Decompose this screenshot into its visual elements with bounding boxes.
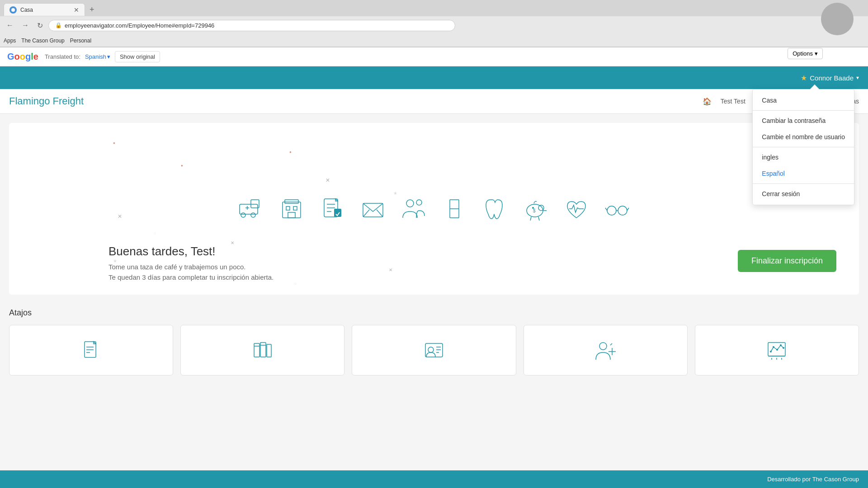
app-footer: Desarrollado por The Cason Group [0,470,868,488]
piggy-icon-item: $ [515,188,556,229]
dropdown-divider-1 [753,110,854,111]
doc-icon [319,195,346,222]
new-tab-button[interactable]: + [87,5,97,14]
show-original-button[interactable]: Show original [115,51,160,62]
svg-rect-10 [293,206,297,210]
stethoscope-icon [441,195,468,222]
language-label: Spanish [85,53,106,60]
svg-point-26 [538,205,544,211]
bookmark-cason[interactable]: The Cason Group [21,38,64,44]
dot-2: ● [181,164,183,168]
active-tab[interactable]: Casa ✕ [4,3,85,16]
dropdown-item-casa[interactable]: Casa [753,92,854,108]
svg-text:$: $ [533,208,536,213]
svg-point-60 [780,344,782,346]
options-label: Options [793,50,813,57]
star-icon: ★ [801,74,807,82]
svg-rect-7 [283,202,301,218]
forward-button[interactable]: → [19,19,32,31]
tab-title: Casa [20,7,70,13]
options-button[interactable]: Options ▾ [788,48,823,59]
svg-point-18 [406,200,414,207]
avatar [821,3,854,35]
user-dropdown-menu: Casa Cambiar la contraseña Cambie el nom… [752,89,854,205]
svg-rect-8 [285,200,298,203]
subtitle-text: Tome una taza de café y trabajemos un po… [108,263,274,271]
shortcut-id-icon [423,339,445,361]
svg-rect-40 [267,344,271,357]
envelope-icon-item [353,188,393,229]
reload-button[interactable]: ↻ [34,19,46,32]
browser-chrome: Casa ✕ + ← → ↻ 🔒 employeenavigator.com/E… [0,0,868,47]
dot-1: ● [113,141,115,145]
greeting-text: Buenas tardes, Test! [108,244,274,258]
cross-4: ✕ [389,267,392,272]
footer-text: Desarrollado por The Cason Group [767,476,859,483]
svg-point-61 [783,347,784,349]
google-logo: Google [7,52,38,62]
nav-link-test[interactable]: Test Test [721,98,745,105]
glasses-icon-item [597,188,637,229]
svg-point-30 [618,206,627,215]
svg-point-4 [251,213,255,217]
building-icon [278,195,305,222]
finalize-button[interactable]: Finalizar inscripción [738,250,836,272]
bookmark-apps[interactable]: Apps [4,38,16,44]
ambulance-icon [237,195,264,222]
home-icon[interactable]: 🏠 [703,97,712,106]
people-icon-item [393,188,434,229]
dropdown-item-logout[interactable]: Cerrar sesión [753,186,854,202]
shortcut-card-4[interactable] [695,325,859,375]
svg-point-57 [770,351,772,352]
shortcut-chart-icon [765,339,788,361]
building-icon-item [271,188,312,229]
bookmark-personal[interactable]: Personal [70,38,91,44]
shortcuts-section: Atajos [0,304,868,385]
user-menu-caret-icon: ▾ [856,75,859,81]
countdown-text: Te quedan 3 días para completar tu inscr… [108,273,274,281]
shortcut-card-3[interactable] [524,325,688,375]
ring-1: ○ [294,281,297,286]
svg-point-0 [11,8,15,12]
star-dec-2: ★ [393,191,397,196]
shortcut-books-icon [251,339,274,361]
user-menu-button[interactable]: ★ Connor Baade ▾ [801,74,859,82]
hero-icons-grid: $ [23,179,845,238]
svg-rect-11 [288,212,295,218]
shortcut-card-0[interactable] [9,325,173,375]
svg-line-33 [627,208,629,211]
dropdown-divider-2 [753,147,854,147]
svg-point-44 [428,347,434,352]
hero-text-block: Buenas tardes, Test! Tome una taza de ca… [108,244,274,281]
heart-icon-item [556,188,597,229]
app-header: ★ Connor Baade ▾ Casa Cambiar la contras… [0,66,868,89]
hero-banner: ● ● ● ✕ ✕ ✕ ★ ★ ✕ ○ ○ [9,123,859,295]
dropdown-item-change-password[interactable]: Cambiar la contraseña [753,113,854,129]
shortcut-card-2[interactable] [352,325,516,375]
svg-line-32 [605,208,607,211]
dropdown-item-change-username[interactable]: Cambie el nombre de usuario [753,129,854,145]
url-text: employeenavigator.com/Employee/Home#empI… [65,22,214,29]
tab-close-button[interactable]: ✕ [74,6,79,14]
address-bar[interactable]: 🔒 employeenavigator.com/Employee/Home#em… [48,20,455,31]
svg-point-48 [599,343,607,350]
shortcut-card-1[interactable] [180,325,344,375]
ambulance-icon-item [231,188,271,229]
options-caret-icon: ▾ [815,50,818,57]
envelope-icon [359,195,387,222]
glasses-icon [604,195,631,222]
lock-icon: 🔒 [55,22,62,28]
svg-point-3 [241,213,245,217]
language-button[interactable]: Spanish ▾ [85,53,110,60]
dropdown-item-espanol[interactable]: Español [753,165,854,182]
tab-favicon [9,6,17,14]
ring-2: ○ [154,231,156,235]
svg-point-29 [607,206,616,215]
back-button[interactable]: ← [4,19,16,31]
dropdown-divider-3 [753,183,854,184]
translated-to-label: Translated to: [45,53,80,60]
cross-2: ✕ [118,213,122,220]
dropdown-item-english[interactable]: ingles [753,149,854,165]
user-name: Connor Baade [810,74,854,82]
bookmarks-bar: Apps The Cason Group Personal [0,34,868,47]
